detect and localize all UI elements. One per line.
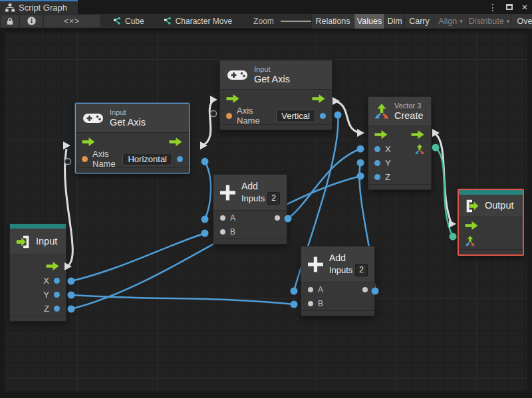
axis-name-input-port[interactable] bbox=[82, 156, 88, 162]
gamepad-icon bbox=[82, 112, 104, 125]
sum-output-port[interactable] bbox=[362, 287, 368, 292]
port-a-input[interactable] bbox=[220, 215, 225, 221]
control-output-port[interactable] bbox=[46, 262, 60, 270]
port-z-input[interactable] bbox=[374, 174, 380, 180]
inputs-count-field[interactable]: 2 bbox=[355, 264, 368, 276]
graph-canvas[interactable]: Input Get Axis Axis Name Vertical bbox=[5, 29, 527, 391]
control-input-port[interactable] bbox=[226, 94, 240, 103]
port-y-input[interactable] bbox=[374, 160, 380, 166]
node-footer bbox=[459, 249, 523, 254]
axis-name-label: Axis Name bbox=[92, 149, 118, 169]
maximize-icon[interactable] bbox=[506, 4, 513, 10]
vector3-output-port[interactable] bbox=[414, 144, 425, 155]
info-button[interactable] bbox=[20, 15, 43, 27]
carry-toggle[interactable]: Carry bbox=[404, 14, 434, 29]
connection-add1-to-create-x[interactable] bbox=[288, 149, 360, 219]
vector3-icon bbox=[374, 104, 390, 120]
node-vector3-create[interactable]: Vector 3 Create X Y Z bbox=[368, 96, 432, 190]
node-get-axis-vertical[interactable]: Input Get Axis Axis Name Vertical bbox=[219, 60, 332, 130]
port-y-output[interactable] bbox=[54, 292, 60, 298]
port-a-input[interactable] bbox=[308, 287, 313, 292]
graph-io-bar bbox=[459, 190, 523, 195]
control-output-port[interactable] bbox=[411, 130, 425, 139]
sum-output-port[interactable] bbox=[275, 215, 280, 221]
port-a-label: A bbox=[230, 213, 235, 223]
lock-button[interactable] bbox=[1, 15, 19, 27]
connection-control-getaxis-horizontal-to-vertical[interactable] bbox=[202, 101, 213, 146]
graph-world: Input Get Axis Axis Name Vertical bbox=[5, 29, 527, 391]
distribute-dropdown[interactable]: Distribute ▾ bbox=[467, 14, 511, 29]
control-input-port[interactable] bbox=[82, 138, 96, 146]
node-title: Create bbox=[394, 110, 424, 122]
plus-icon bbox=[308, 256, 323, 272]
connection-horizontal-to-add1-a[interactable] bbox=[205, 161, 211, 219]
align-dropdown[interactable]: Align ▾ bbox=[434, 14, 467, 29]
axis-name-label: Axis Name bbox=[237, 106, 271, 126]
node-kind: Input bbox=[110, 108, 146, 117]
graph-breadcrumb-label: Character Move bbox=[176, 17, 232, 26]
chevron-down-icon: ▾ bbox=[507, 18, 510, 25]
node-title: Add bbox=[329, 252, 368, 264]
node-footer bbox=[213, 239, 287, 244]
vector3-input-port[interactable] bbox=[465, 236, 475, 247]
dim-toggle[interactable]: Dim bbox=[384, 14, 404, 29]
node-title: Get Axis bbox=[254, 74, 290, 85]
axis-name-value-field[interactable]: Vertical bbox=[276, 110, 315, 122]
inputs-label: Inputs bbox=[329, 264, 352, 276]
node-footer bbox=[10, 316, 66, 321]
inputs-label: Inputs bbox=[241, 193, 265, 204]
result-output-port[interactable] bbox=[177, 156, 183, 162]
title-bar: Script Graph ⋮ ✕ bbox=[0, 0, 532, 14]
port-z-output[interactable] bbox=[54, 306, 60, 312]
node-graph-output[interactable]: Output bbox=[458, 189, 524, 256]
zoom-label: Zoom bbox=[253, 17, 274, 26]
plus-icon bbox=[220, 185, 235, 201]
port-b-input[interactable] bbox=[220, 229, 225, 235]
node-footer bbox=[301, 310, 374, 316]
port-z-label: Z bbox=[44, 304, 49, 314]
control-input-port[interactable] bbox=[374, 130, 388, 139]
connection-control-create-to-output[interactable] bbox=[434, 133, 452, 224]
port-z-label: Z bbox=[385, 172, 390, 182]
overview-button[interactable]: Overview bbox=[511, 14, 532, 29]
node-add-2[interactable]: Add Inputs 2 A B bbox=[301, 246, 375, 316]
control-output-port[interactable] bbox=[312, 94, 326, 103]
node-title: Input bbox=[36, 236, 57, 247]
graph-breadcrumb-label: Cube bbox=[125, 17, 144, 26]
control-output-port[interactable] bbox=[169, 138, 183, 146]
values-toggle[interactable]: Values bbox=[354, 14, 384, 29]
port-x-output[interactable] bbox=[54, 278, 60, 284]
port-y-label: Y bbox=[43, 290, 49, 300]
node-title: Get Axis bbox=[110, 117, 146, 128]
port-x-label: X bbox=[43, 276, 49, 286]
lock-icon bbox=[6, 17, 14, 26]
port-x-input[interactable] bbox=[374, 146, 380, 152]
port-b-label: B bbox=[230, 227, 235, 237]
info-icon bbox=[27, 16, 37, 26]
align-label: Align bbox=[438, 17, 457, 26]
connection-input-y-to-add2-b[interactable] bbox=[71, 295, 294, 304]
inputs-count-field[interactable]: 2 bbox=[267, 192, 280, 205]
edit-script-button[interactable]: <×> bbox=[44, 15, 100, 27]
port-b-label: B bbox=[318, 299, 323, 308]
axis-name-value-field[interactable]: Horizontal bbox=[122, 153, 172, 165]
axis-name-input-port[interactable] bbox=[226, 113, 232, 119]
graph-breadcrumb-cube[interactable]: Cube bbox=[106, 14, 151, 29]
tab-script-graph[interactable]: Script Graph bbox=[0, 0, 78, 14]
menu-kebab-icon[interactable]: ⋮ bbox=[488, 3, 497, 12]
node-graph-input[interactable]: Input X Y Z bbox=[9, 223, 66, 322]
close-icon[interactable]: ✕ bbox=[521, 3, 528, 11]
gamepad-icon bbox=[227, 68, 248, 82]
node-get-axis-horizontal[interactable]: Input Get Axis Axis Name Horizontal bbox=[75, 103, 190, 173]
port-b-input[interactable] bbox=[308, 301, 313, 306]
relations-toggle[interactable]: Relations bbox=[311, 14, 354, 29]
node-add-1[interactable]: Add Inputs 2 A B bbox=[213, 174, 287, 245]
node-subtitle: Inputs 2 bbox=[241, 192, 280, 205]
script-graph-icon bbox=[5, 3, 15, 12]
control-input-port[interactable] bbox=[465, 221, 479, 230]
connection-input-x-to-add1-b[interactable] bbox=[71, 233, 205, 281]
graph-breadcrumb-character-move[interactable]: Character Move bbox=[156, 14, 239, 29]
node-kind: Vector 3 bbox=[394, 102, 424, 110]
result-output-port[interactable] bbox=[320, 113, 326, 119]
node-kind: Input bbox=[254, 65, 290, 74]
